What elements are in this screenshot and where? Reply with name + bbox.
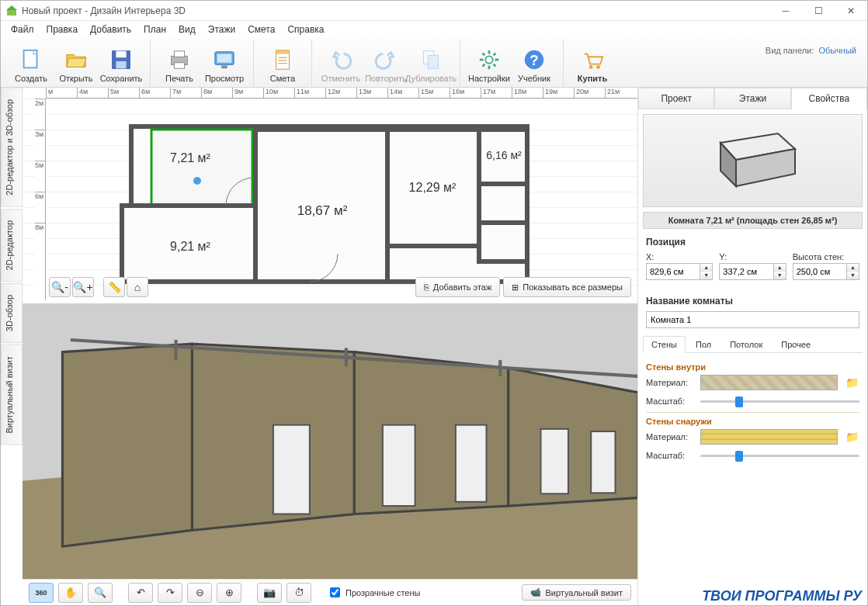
floor-plan[interactable]: 7,21 м² 6,16 м² 12,29 м² 18,67 м² 9,21 м…	[46, 99, 620, 300]
menu-edit[interactable]: Правка	[41, 23, 84, 36]
view3d-toolbar: 360 ✋ 🔍 ↶ ↷ ⊖ ⊕ 📷 ⏱ Прозрачные стены 📹Ви…	[23, 579, 637, 605]
tab-virtual[interactable]: Виртуальный визит	[1, 345, 23, 445]
zoom-in-button[interactable]: 🔍+	[72, 277, 94, 297]
tab-properties[interactable]: Свойства	[791, 88, 867, 109]
svg-rect-34	[151, 130, 252, 206]
measure-button[interactable]: 📏	[103, 277, 125, 297]
tab-2d-3d[interactable]: 2D-редактор и 3D-обзор	[1, 88, 23, 207]
svg-rect-57	[591, 431, 615, 493]
svg-marker-1	[6, 5, 17, 10]
maximize-button[interactable]: ☐	[802, 1, 835, 21]
svg-line-28	[483, 64, 485, 66]
wall-height-input[interactable]: ▲▼	[793, 263, 859, 280]
titlebar: Новый проект - Дизайн Интерьера 3D ─ ☐ ✕	[1, 1, 867, 21]
position-y-input[interactable]: ▲▼	[719, 263, 786, 280]
subtab-ceiling[interactable]: Потолок	[721, 336, 771, 352]
zoom-out-3d-button[interactable]: ⊖	[187, 583, 212, 603]
svg-marker-49	[62, 344, 192, 546]
svg-line-27	[494, 53, 496, 55]
close-button[interactable]: ✕	[835, 1, 867, 21]
camera-icon: 📹	[530, 587, 541, 597]
svg-point-32	[596, 65, 600, 69]
position-title: Позиция	[646, 237, 859, 248]
svg-line-25	[483, 53, 485, 55]
in-scale-slider[interactable]	[700, 395, 859, 407]
room-name-title: Название комнаты	[646, 296, 859, 306]
in-material-swatch[interactable]	[700, 375, 838, 390]
menubar: Файл Правка Добавить План Вид Этажи Смет…	[1, 21, 867, 38]
orbit-360-button[interactable]: 360	[29, 583, 54, 603]
zoom-out-button[interactable]: 🔍-	[49, 277, 71, 297]
room-preview-3d	[643, 114, 863, 207]
room-name-input[interactable]	[646, 311, 859, 328]
side-tabs: 2D-редактор и 3D-обзор 2D-редактор 3D-об…	[1, 88, 23, 605]
virtual-visit-button[interactable]: 📹Виртуальный визит	[522, 584, 631, 601]
out-scale-slider[interactable]	[700, 449, 859, 462]
save-button[interactable]: Сохранить	[99, 41, 144, 86]
app-icon	[5, 5, 18, 17]
buy-button[interactable]: Купить	[570, 41, 615, 86]
out-material-browse[interactable]: 📁	[844, 430, 859, 444]
window-title: Новый проект - Дизайн Интерьера 3D	[22, 5, 769, 16]
subtab-floor[interactable]: Пол	[687, 336, 720, 352]
show-dimensions-button[interactable]: ⊞Показывать все размеры	[503, 277, 631, 297]
open-button[interactable]: Открыть	[54, 41, 99, 86]
pan-button[interactable]: ✋	[58, 583, 83, 603]
menu-floors[interactable]: Этажи	[203, 23, 241, 36]
room-info-label: Комната 7,21 м² (площадь стен 26,85 м²)	[643, 212, 863, 229]
properties-panel: Проект Этажи Свойства Комната 7,21 м² (п…	[637, 88, 867, 605]
menu-file[interactable]: Файл	[5, 23, 40, 36]
walls-inside-title: Стены внутри	[646, 362, 859, 372]
svg-text:9,21 м²: 9,21 м²	[170, 240, 211, 253]
tab-floors[interactable]: Этажи	[714, 88, 790, 109]
settings-button[interactable]: Настройки	[467, 41, 512, 86]
svg-point-46	[193, 177, 201, 185]
ruler-horizontal: м4м5м6м7м8м9м10м11м12м13м14м15м16м17м18м…	[46, 88, 637, 99]
menu-add[interactable]: Добавить	[85, 23, 137, 36]
menu-view[interactable]: Вид	[173, 23, 201, 36]
zoom-in-3d-button[interactable]: ⊕	[217, 583, 241, 603]
redo-button[interactable]: Повторить	[363, 41, 408, 86]
rotate-cw-button[interactable]: ↷	[158, 583, 182, 603]
transparent-walls-checkbox[interactable]: Прозрачные стены	[327, 585, 420, 600]
timer-button[interactable]: ⏱	[286, 583, 311, 603]
out-material-swatch[interactable]	[700, 429, 838, 445]
zoom-button[interactable]: 🔍	[88, 583, 113, 603]
menu-plan[interactable]: План	[138, 23, 172, 36]
screenshot-button[interactable]: 📷	[257, 583, 282, 603]
add-floor-button[interactable]: ⎘Добавить этаж	[415, 277, 500, 297]
svg-rect-54	[383, 425, 415, 506]
toolbar: Создать Открыть Сохранить Печать Просмот…	[1, 38, 867, 88]
tab-3d[interactable]: 3D-обзор	[1, 283, 23, 343]
create-button[interactable]: Создать	[9, 41, 54, 86]
undo-button[interactable]: Отменить	[318, 41, 363, 86]
svg-line-26	[494, 64, 496, 66]
subtab-other[interactable]: Прочее	[773, 336, 819, 352]
help-button[interactable]: ?Учебник	[512, 41, 557, 86]
ruler-vertical: 2м3м5м6м8м	[35, 99, 46, 300]
subtab-walls[interactable]: Стены	[643, 336, 686, 353]
walls-outside-title: Стены снаружи	[646, 412, 859, 426]
estimate-button[interactable]: Смета	[260, 41, 305, 86]
menu-help[interactable]: Справка	[282, 23, 329, 36]
plan-2d-view[interactable]: м4м5м6м7м8м9м10м11м12м13м14м15м16м17м18м…	[23, 88, 637, 303]
svg-text:?: ?	[529, 51, 538, 68]
print-button[interactable]: Печать	[157, 41, 202, 86]
view-3d[interactable]	[23, 303, 637, 579]
tab-project[interactable]: Проект	[638, 88, 714, 109]
home-button[interactable]: ⌂	[127, 277, 148, 297]
svg-rect-6	[116, 61, 126, 68]
position-x-input[interactable]: ▲▼	[646, 263, 713, 280]
duplicate-button[interactable]: Дублировать	[408, 41, 453, 86]
svg-marker-52	[509, 369, 637, 507]
menu-estimate[interactable]: Смета	[242, 23, 280, 36]
svg-rect-14	[276, 50, 290, 54]
rotate-ccw-button[interactable]: ↶	[128, 583, 153, 603]
in-material-browse[interactable]: 📁	[844, 376, 859, 390]
tab-2d[interactable]: 2D-редактор	[1, 209, 23, 282]
panel-mode-link[interactable]: Обычный	[818, 46, 856, 55]
minimize-button[interactable]: ─	[769, 1, 802, 21]
svg-rect-19	[428, 55, 438, 68]
preview-button[interactable]: Просмотр	[202, 41, 247, 86]
svg-text:7,21 м²: 7,21 м²	[170, 151, 211, 164]
